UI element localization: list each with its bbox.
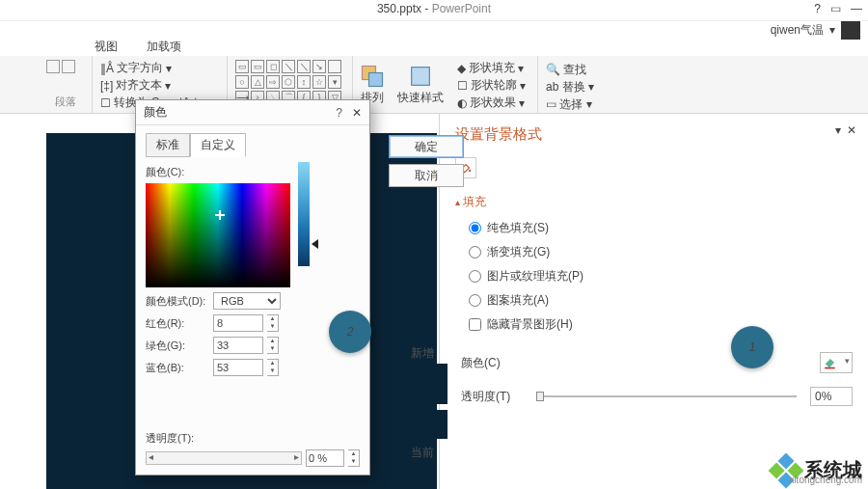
radio-gradient-fill[interactable]: 渐变填充(G) (469, 244, 853, 260)
red-input[interactable] (213, 314, 263, 332)
crosshair-icon (215, 210, 225, 220)
hue-slider[interactable] (298, 162, 310, 266)
radio-picture-fill[interactable]: 图片或纹理填充(P) (469, 268, 853, 285)
tab-view[interactable]: 视图 (95, 39, 118, 56)
avatar[interactable] (841, 20, 860, 40)
text-direction-button[interactable]: ‖Å 文字方向 ▾ (100, 60, 219, 76)
dialog-transparency-slider[interactable] (146, 451, 302, 465)
shapes-gallery[interactable]: ▭▭◻＼＼↘ ○△⇨⬡↕☆▾ ⟶›﹨⌒{}▽ (235, 60, 344, 104)
tab-custom[interactable]: 自定义 (190, 133, 246, 157)
dialog-title: 颜色 (144, 104, 336, 121)
blue-input[interactable] (213, 359, 263, 376)
green-label: 绿色(G): (146, 339, 209, 353)
watermark: 系统城 xitongcheng.com (773, 457, 862, 483)
format-background-pane: ▾✕ 设置背景格式 填充 纯色填充(S) 渐变填充(G) 图片或纹理填充(P) … (439, 114, 868, 489)
window-controls-icon[interactable]: ▭ (830, 2, 841, 15)
pane-title: 设置背景格式 (455, 125, 853, 144)
dialog-close-icon[interactable]: ✕ (352, 106, 362, 120)
radio-solid-fill[interactable]: 纯色填充(S) (469, 220, 853, 236)
help-icon[interactable]: ? (814, 2, 821, 15)
shape-outline-button[interactable]: ☐ 形状轮廓 ▾ (457, 77, 529, 94)
cancel-button[interactable]: 取消 (389, 164, 464, 187)
color-gradient-picker[interactable] (146, 183, 290, 287)
select-button[interactable]: ▭ 选择 ▾ (546, 96, 598, 113)
color-mode-select[interactable]: RGB (213, 292, 281, 310)
green-spinner[interactable]: ▲▼ (267, 337, 279, 354)
svg-rect-4 (825, 367, 835, 369)
annotation-badge-2: 2 (329, 311, 371, 353)
minimize-icon[interactable]: — (851, 2, 862, 15)
app-name: PowerPoint (432, 2, 491, 15)
user-name[interactable]: qiwen气温 (771, 22, 824, 39)
hue-slider-thumb-icon[interactable] (312, 239, 318, 249)
blue-label: 蓝色(B): (146, 361, 209, 375)
color-field-label: 颜色(C): (146, 165, 360, 179)
new-color-swatch (397, 364, 448, 404)
color-picker-button[interactable] (820, 352, 853, 373)
transparency-slider[interactable] (536, 395, 797, 397)
blue-spinner[interactable]: ▲▼ (267, 359, 279, 376)
svg-point-3 (469, 170, 471, 172)
dialog-transparency-spinner[interactable]: ▲▼ (348, 449, 360, 467)
shape-effects-button[interactable]: ◐ 形状效果 ▾ (457, 95, 529, 111)
radio-pattern-fill[interactable]: 图案填充(A) (469, 292, 853, 309)
quick-styles-button[interactable]: 快速样式 (392, 56, 449, 113)
color-mode-label: 颜色模式(D): (146, 294, 209, 309)
transparency-value[interactable]: 0% (810, 387, 853, 406)
red-spinner[interactable]: ▲▼ (267, 314, 279, 332)
current-color-label: 当前 (381, 445, 464, 461)
fill-section-header[interactable]: 填充 (455, 194, 853, 210)
pane-dropdown-icon[interactable]: ▾ (835, 123, 841, 137)
watermark-url: xitongcheng.com (789, 475, 862, 485)
group-paragraph: 段落 (46, 95, 84, 109)
red-label: 红色(R): (146, 316, 209, 331)
current-color-swatch (397, 410, 448, 439)
find-button[interactable]: 🔍 查找 (546, 62, 598, 78)
ribbon: 段落 ‖Å 文字方向 ▾ [‡] 对齐文本 ▾ ☐ 转换为 SmartArt ▾… (0, 56, 868, 114)
svg-rect-2 (412, 68, 430, 86)
ok-button[interactable]: 确定 (389, 135, 464, 158)
tab-addins[interactable]: 加载项 (147, 39, 181, 56)
transparency-label: 透明度(T) (461, 389, 529, 405)
shape-fill-button[interactable]: ◆ 形状填充 ▾ (457, 60, 529, 76)
pane-close-icon[interactable]: ✕ (847, 123, 856, 137)
svg-rect-1 (369, 73, 383, 87)
dialog-transparency-label: 透明度(T): (146, 431, 194, 446)
tab-standard[interactable]: 标准 (146, 133, 190, 157)
checkbox-hide-bg[interactable]: 隐藏背景图形(H) (469, 316, 853, 333)
title-bar: 350.pptx - PowerPoint ? ▭ — (0, 0, 868, 21)
user-bar: qiwen气温 ▾ (0, 21, 868, 39)
align-text-button[interactable]: [‡] 对齐文本 ▾ (100, 77, 219, 94)
annotation-badge-1: 1 (731, 326, 773, 368)
file-name: 350.pptx (377, 2, 421, 15)
replace-button[interactable]: ab 替换 ▾ (546, 79, 598, 95)
dialog-help-icon[interactable]: ? (336, 106, 342, 120)
color-dialog: 颜色 ? ✕ 确定 取消 标准 自定义 颜色(C): 颜色模式(D): RGB … (135, 99, 370, 475)
green-input[interactable] (213, 337, 263, 354)
ribbon-tabs: 视图 加载项 (0, 39, 868, 56)
dialog-transparency-input[interactable] (306, 449, 344, 467)
new-color-label: 新增 (381, 345, 464, 362)
color-label: 颜色(C) (461, 355, 538, 371)
